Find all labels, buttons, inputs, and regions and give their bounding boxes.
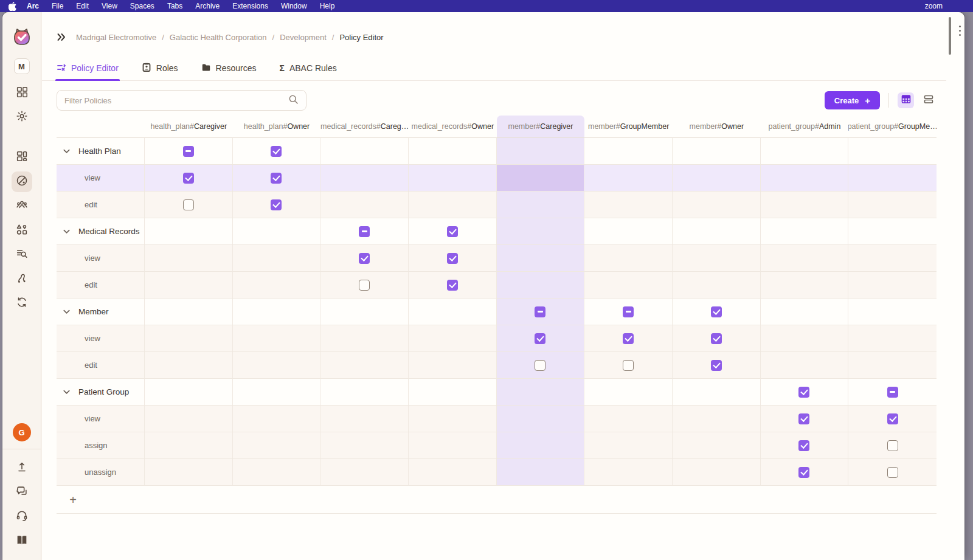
- breadcrumb-env[interactable]: Development: [280, 33, 327, 42]
- permission-checkbox-checked[interactable]: [798, 467, 809, 478]
- tab-policy-editor[interactable]: Policy Editor: [57, 56, 119, 80]
- create-button[interactable]: Create +: [825, 91, 880, 109]
- permission-checkbox-unchecked[interactable]: [183, 199, 194, 210]
- permission-checkbox-checked[interactable]: [447, 280, 458, 291]
- permission-checkbox-unchecked[interactable]: [535, 360, 545, 371]
- policy-cell[interactable]: [409, 245, 497, 271]
- sidebar-item-connections[interactable]: [12, 269, 32, 289]
- policy-cell[interactable]: [673, 352, 761, 378]
- menu-item-file[interactable]: File: [52, 2, 63, 10]
- add-resource-button[interactable]: +: [65, 492, 81, 508]
- policy-cell[interactable]: [848, 379, 937, 405]
- menu-item-window[interactable]: Window: [281, 2, 307, 10]
- menu-item-extensions[interactable]: Extensions: [232, 2, 268, 10]
- menu-item-archive[interactable]: Archive: [195, 2, 220, 10]
- policy-cell[interactable]: [761, 379, 849, 405]
- permission-checkbox-checked[interactable]: [183, 173, 194, 184]
- sidebar-item-sync[interactable]: [12, 293, 32, 314]
- policy-cell[interactable]: [673, 299, 761, 325]
- policy-cell[interactable]: [761, 406, 849, 432]
- sidebar-item-docs[interactable]: [12, 531, 32, 551]
- policy-cell[interactable]: [673, 325, 761, 351]
- column-header[interactable]: medical_records#Owner: [409, 116, 497, 137]
- policy-cell[interactable]: [145, 165, 233, 191]
- group-label-cell[interactable]: Health Plan: [57, 138, 145, 164]
- sidebar-item-settings[interactable]: [12, 107, 32, 128]
- permission-checkbox-checked[interactable]: [271, 199, 282, 210]
- policy-cell[interactable]: [320, 218, 409, 244]
- permit-logo-icon[interactable]: [12, 27, 32, 47]
- policy-cell[interactable]: [145, 138, 233, 164]
- menu-item-tabs[interactable]: Tabs: [167, 2, 182, 10]
- permission-checkbox-unchecked[interactable]: [359, 280, 370, 291]
- policy-cell[interactable]: [233, 192, 321, 218]
- sidebar-item-feedback[interactable]: [12, 482, 32, 503]
- sidebar-item-dashboard[interactable]: [12, 147, 32, 168]
- group-label-cell[interactable]: Patient Group: [57, 379, 145, 405]
- policy-cell[interactable]: [848, 432, 937, 458]
- permission-checkbox-indeterminate[interactable]: [535, 306, 545, 317]
- policy-cell[interactable]: [233, 138, 321, 164]
- permission-checkbox-checked[interactable]: [711, 333, 722, 344]
- breadcrumb-org[interactable]: Madrigal Electromotive: [76, 33, 156, 42]
- menu-item-view[interactable]: View: [102, 2, 117, 10]
- breadcrumb-project[interactable]: Galactic Health Corporation: [170, 33, 267, 42]
- column-header[interactable]: patient_group#GroupMe…: [848, 116, 937, 137]
- tab-roles[interactable]: Roles: [142, 56, 178, 80]
- sidebar-item-projects[interactable]: [12, 83, 32, 103]
- permission-checkbox-checked[interactable]: [535, 333, 545, 344]
- column-header[interactable]: medical_records#Careg…: [320, 116, 409, 137]
- permission-checkbox-checked[interactable]: [623, 333, 634, 344]
- policy-cell[interactable]: [761, 432, 849, 458]
- permission-checkbox-indeterminate[interactable]: [623, 306, 634, 317]
- column-header[interactable]: health_plan#Owner: [233, 116, 321, 137]
- permission-checkbox-indeterminate[interactable]: [183, 146, 194, 157]
- chevron-down-icon[interactable]: [62, 307, 71, 316]
- permission-checkbox-indeterminate[interactable]: [359, 226, 370, 237]
- policy-cell[interactable]: [497, 325, 585, 351]
- sidebar-collapse-icon[interactable]: [57, 33, 66, 41]
- policy-cell[interactable]: [584, 325, 673, 351]
- policy-cell[interactable]: [761, 459, 849, 485]
- permission-checkbox-checked[interactable]: [271, 173, 282, 184]
- tab-resources[interactable]: Resources: [201, 56, 257, 80]
- permission-checkbox-unchecked[interactable]: [887, 467, 898, 478]
- vertical-scrollbar[interactable]: [949, 17, 951, 55]
- column-header[interactable]: member#Owner: [673, 116, 761, 137]
- policy-cell[interactable]: [497, 352, 585, 378]
- filter-policies-input[interactable]: [64, 96, 288, 105]
- sidebar-item-audit-log[interactable]: [12, 244, 32, 265]
- column-header[interactable]: member#GroupMember: [584, 116, 673, 137]
- chevron-down-icon[interactable]: [62, 387, 71, 396]
- apple-menu-icon[interactable]: [9, 2, 17, 10]
- policy-cell[interactable]: [320, 272, 409, 298]
- grid-view-toggle[interactable]: [898, 92, 914, 108]
- chevron-down-icon[interactable]: [62, 147, 71, 156]
- policy-cell[interactable]: [848, 459, 937, 485]
- policy-cell[interactable]: [409, 218, 497, 244]
- column-header[interactable]: health_plan#Caregiver: [145, 116, 233, 137]
- permission-checkbox-checked[interactable]: [447, 253, 458, 264]
- window-drag-handle[interactable]: [959, 26, 961, 36]
- permission-checkbox-checked[interactable]: [798, 387, 809, 398]
- policy-cell[interactable]: [848, 406, 937, 432]
- policy-cell[interactable]: [320, 245, 409, 271]
- sidebar-item-resources[interactable]: [12, 220, 32, 241]
- chevron-down-icon[interactable]: [62, 227, 71, 236]
- permission-checkbox-checked[interactable]: [271, 146, 282, 157]
- permission-checkbox-unchecked[interactable]: [887, 440, 898, 451]
- menu-item-arc[interactable]: Arc: [27, 2, 39, 10]
- permission-checkbox-checked[interactable]: [711, 306, 722, 317]
- list-view-toggle[interactable]: [920, 92, 937, 108]
- permission-checkbox-checked[interactable]: [887, 413, 898, 424]
- permission-checkbox-checked[interactable]: [359, 253, 370, 264]
- tab-abac-rules[interactable]: Σ ABAC Rules: [280, 56, 337, 80]
- sidebar-item-policy-editor[interactable]: [12, 171, 32, 192]
- policy-cell[interactable]: [233, 165, 321, 191]
- user-avatar[interactable]: G: [13, 423, 31, 441]
- permission-checkbox-checked[interactable]: [447, 226, 458, 237]
- policy-cell[interactable]: [409, 272, 497, 298]
- group-label-cell[interactable]: Member: [57, 299, 145, 325]
- group-label-cell[interactable]: Medical Records: [57, 218, 145, 244]
- policy-cell[interactable]: [497, 299, 585, 325]
